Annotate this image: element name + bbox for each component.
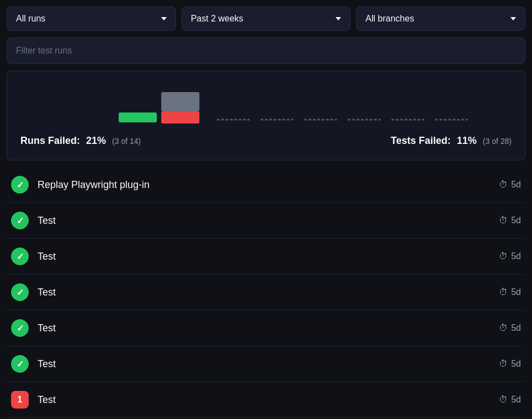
period-filter-chevron-icon [336,17,341,20]
fail-icon: 1 [11,391,29,409]
test-name: Test [38,323,490,334]
tests-failed-stat: Tests Failed: 11% (3 of 28) [391,135,512,147]
clock-icon: ⏱ [499,287,508,297]
branches-filter-label: All branches [365,14,414,24]
test-time: ⏱5d [499,395,521,405]
chart-area [20,82,512,126]
runs-filter-chevron-icon [161,17,167,20]
test-time: ⏱5d [499,323,521,333]
tests-failed-label: Tests Failed: 11% (3 of 28) [391,135,512,146]
test-name: Test [38,394,490,406]
search-input[interactable] [16,46,516,56]
test-name: Test [38,215,490,227]
pass-icon: ✓ [11,212,29,229]
list-item[interactable]: 1Test⏱5d [7,382,525,418]
bar-chart-svg [20,82,512,126]
list-item[interactable]: ✓Test⏱5d [7,346,525,382]
clock-icon: ⏱ [499,180,508,190]
period-filter-label: Past 2 weeks [191,14,243,24]
clock-icon: ⏱ [499,251,508,261]
clock-icon: ⏱ [499,395,508,405]
runs-failed-label: Runs Failed: 21% (3 of 14) [20,135,141,146]
pass-icon: ✓ [11,176,29,194]
svg-rect-1 [161,92,199,111]
runs-filter-dropdown[interactable]: All runs [7,7,176,31]
pass-icon: ✓ [11,283,29,301]
branches-filter-chevron-icon [510,17,516,20]
clock-icon: ⏱ [499,359,508,369]
test-time: ⏱5d [499,359,521,369]
list-item[interactable]: ✓Test⏱5d [7,310,525,346]
runs-filter-label: All runs [16,14,45,24]
clock-icon: ⏱ [499,216,508,225]
test-name: Test [38,358,490,370]
list-item[interactable]: ✓Replay Playwright plug-in⏱5d [7,167,525,203]
clock-icon: ⏱ [499,323,508,333]
test-time: ⏱5d [499,287,521,297]
test-time: ⏱5d [499,216,521,225]
test-name: Replay Playwright plug-in [38,179,490,191]
stats-panel: Runs Failed: 21% (3 of 14) Tests Failed:… [7,71,525,160]
period-filter-dropdown[interactable]: Past 2 weeks [182,7,351,31]
test-list: ✓Replay Playwright plug-in⏱5d✓Test⏱5d✓Te… [0,167,532,419]
stats-labels: Runs Failed: 21% (3 of 14) Tests Failed:… [20,135,512,147]
test-time: ⏱5d [499,251,521,261]
filters-row: All runs Past 2 weeks All branches [0,0,532,37]
svg-rect-2 [161,111,199,123]
test-name: Test [38,287,490,298]
list-item[interactable]: ✓Test⏱5d [7,275,525,310]
runs-failed-stat: Runs Failed: 21% (3 of 14) [20,135,141,147]
list-item[interactable]: ✓Test⏱5d [7,203,525,239]
branches-filter-dropdown[interactable]: All branches [356,7,525,31]
svg-rect-0 [119,112,157,122]
list-item[interactable]: ✓Test⏱5d [7,239,525,275]
test-time: ⏱5d [499,180,521,190]
pass-icon: ✓ [11,248,29,265]
pass-icon: ✓ [11,355,29,373]
test-name: Test [38,251,490,262]
pass-icon: ✓ [11,319,29,337]
search-bar[interactable] [7,37,525,64]
